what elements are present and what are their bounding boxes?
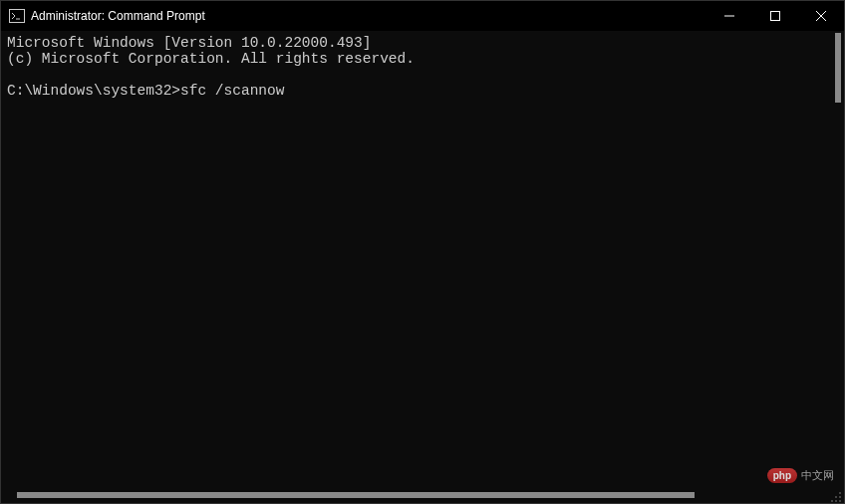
cmd-icon <box>9 9 25 23</box>
horizontal-scrollbar[interactable] <box>1 487 828 503</box>
svg-rect-3 <box>771 12 780 21</box>
svg-point-9 <box>839 500 841 502</box>
watermark-badge: php <box>767 468 797 483</box>
command-prompt-window: Administrator: Command Prompt Microsoft … <box>0 0 845 504</box>
horizontal-scrollbar-thumb[interactable] <box>17 492 695 498</box>
titlebar[interactable]: Administrator: Command Prompt <box>1 1 844 31</box>
maximize-button[interactable] <box>752 1 798 31</box>
svg-point-8 <box>835 496 837 498</box>
terminal-line: (c) Microsoft Corporation. All rights re… <box>7 51 415 67</box>
window-title: Administrator: Command Prompt <box>31 9 205 23</box>
terminal-area[interactable]: Microsoft Windows [Version 10.0.22000.49… <box>1 31 844 503</box>
svg-rect-0 <box>10 10 25 23</box>
minimize-button[interactable] <box>706 1 752 31</box>
window-controls <box>706 1 844 31</box>
terminal-command: sfc /scannow <box>180 83 284 99</box>
terminal-line: Microsoft Windows [Version 10.0.22000.49… <box>7 35 371 51</box>
terminal-prompt: C:\Windows\system32> <box>7 83 180 99</box>
svg-point-7 <box>839 496 841 498</box>
svg-point-11 <box>831 500 833 502</box>
watermark: php 中文网 <box>767 468 834 483</box>
terminal-content: Microsoft Windows [Version 10.0.22000.49… <box>1 31 844 103</box>
resize-grip[interactable] <box>830 489 842 501</box>
vertical-scrollbar[interactable] <box>828 31 844 487</box>
svg-point-10 <box>835 500 837 502</box>
vertical-scrollbar-thumb[interactable] <box>835 33 841 103</box>
close-button[interactable] <box>798 1 844 31</box>
svg-point-6 <box>839 492 841 494</box>
